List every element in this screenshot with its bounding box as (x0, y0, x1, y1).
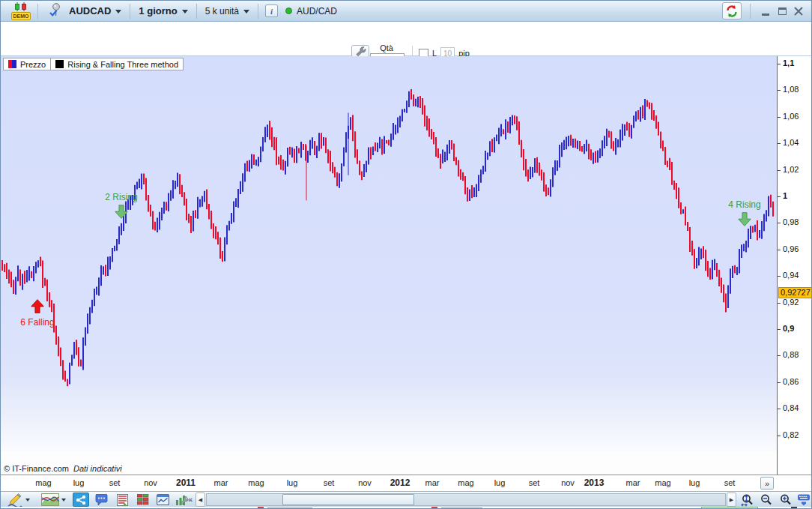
symbol-label: AUDCAD (69, 5, 111, 16)
indicators-button[interactable] (37, 493, 70, 507)
status-dot-icon (285, 7, 292, 14)
price-tick-label: 0,9 (783, 324, 794, 333)
price-tickmark (778, 143, 781, 144)
titlebar: DEMO AUDCAD 1 giorno 5 k unità i (1, 1, 811, 22)
price-tick-label: 1,08 (783, 85, 799, 94)
time-axis-month-label: mag (458, 478, 473, 487)
close-icon (794, 7, 803, 16)
legend-label: Prezzo (20, 60, 46, 69)
last-price-label: 0,92727 (778, 287, 812, 298)
chevron-down-icon (115, 10, 121, 13)
time-axis-month-label: lug (689, 478, 700, 487)
trading-platform-window: DEMO AUDCAD 1 giorno 5 k unità i (0, 0, 812, 509)
signal-annotation-text: 2 Rising (105, 192, 137, 202)
quantity-label: Qtà (370, 43, 403, 52)
chevron-down-icon (25, 499, 30, 502)
copyright-text: © IT-Finance.com (4, 464, 69, 473)
timeframe-selector[interactable]: 1 giorno (137, 4, 189, 18)
minimize-icon (762, 13, 769, 16)
signal-annotation-text: 4 Rising (728, 199, 760, 210)
speech-bubble-icon (95, 494, 108, 506)
minimize-button[interactable] (757, 4, 774, 19)
price-tickmark (778, 64, 781, 64)
price-tickmark (778, 303, 781, 304)
info-button[interactable]: i (265, 4, 278, 17)
chevron-down-icon (243, 10, 249, 13)
signal-arrow-up-icon (31, 299, 44, 313)
price-tick-label: 0,84 (783, 403, 799, 412)
time-axis-year-label: 2011 (176, 478, 196, 488)
refresh-button[interactable] (722, 2, 742, 19)
order-panel: Qtà L 10 pip S 10 pip (1, 22, 811, 56)
pin-window-button[interactable] (48, 2, 63, 20)
chevron-down-icon (182, 10, 188, 13)
price-tickmark (778, 117, 781, 118)
signal-annotation-text: 6 Falling (20, 317, 54, 328)
chart-legend: Prezzo Rising & Falling Three method (3, 58, 184, 70)
time-axis-month-label: mag (35, 478, 51, 487)
units-label: 5 k unità (205, 6, 239, 16)
pencil-icon (7, 493, 23, 507)
units-selector[interactable]: 5 k unità (204, 4, 251, 18)
scrollbar-thumb[interactable] (282, 494, 414, 505)
scroll-fast-left-button[interactable]: « (186, 493, 195, 507)
chart-window-icon (157, 494, 169, 505)
price-axis[interactable]: 0,92727 1,11,081,061,041,0210,980,960,94… (777, 56, 812, 475)
news-page-icon (117, 494, 128, 506)
price-tickmark (778, 436, 781, 436)
chart-plot[interactable]: Prezzo Rising & Falling Three method 2 R… (1, 56, 777, 451)
zoom-in-icon (779, 493, 793, 507)
time-axis-month-label: lug (73, 478, 85, 487)
price-tick-label: 0,86 (783, 377, 799, 386)
time-axis-month-label: mar (425, 478, 440, 487)
price-tick-label: 1,04 (783, 138, 799, 147)
new-chart-button[interactable] (154, 493, 171, 507)
time-axis[interactable]: » maglugsetnov2011marmaglugsetnov2012mar… (1, 475, 812, 491)
chevron-down-icon (61, 499, 66, 502)
keyboard-down-icon (798, 494, 810, 506)
time-axis-month-label: nov (144, 478, 157, 487)
draw-tools-button[interactable] (2, 493, 34, 507)
price-tickmark (778, 329, 781, 330)
info-icon: i (270, 7, 273, 16)
news-button[interactable] (114, 493, 130, 507)
comments-button[interactable] (93, 493, 109, 507)
price-tickmark (778, 382, 781, 383)
price-chart-svg (1, 56, 777, 451)
price-tick-label: 0,98 (783, 217, 799, 226)
bottom-toolbar: « ◀ ▶ (1, 491, 811, 507)
price-tickmark (778, 223, 781, 223)
price-tickmark (778, 409, 781, 409)
scroll-left-button[interactable]: ◀ (196, 493, 205, 507)
time-axis-month-label: mar (214, 478, 228, 487)
share-button[interactable] (73, 493, 89, 507)
chart-scrollbar[interactable] (206, 493, 726, 506)
zoom-in-button[interactable] (777, 493, 795, 507)
order-panel-toggle-button[interactable] (796, 493, 811, 507)
symbol-selector[interactable]: AUDCAD (67, 4, 123, 18)
titlebar-separator (258, 4, 258, 19)
time-axis-month-label: mag (248, 478, 264, 487)
time-axis-month-label: set (109, 478, 121, 487)
signal-arrow-down-icon (115, 205, 128, 219)
time-axis-month-label: lug (287, 478, 298, 487)
titlebar-separator (196, 4, 197, 19)
legend-item-price[interactable]: Prezzo (3, 58, 51, 70)
indicative-data-note: Dati indicativi (73, 464, 122, 473)
zoom-out-button[interactable] (757, 493, 775, 507)
legend-item-method[interactable]: Rising & Falling Three method (50, 58, 184, 70)
time-axis-month-label: nov (358, 478, 372, 487)
time-axis-year-label: 2012 (390, 478, 410, 488)
timeframe-label: 1 giorno (139, 5, 177, 16)
maximize-icon (778, 7, 787, 15)
share-icon (76, 495, 86, 505)
time-axis-month-label: set (529, 478, 540, 487)
price-tick-label: 1,06 (783, 112, 799, 121)
close-button[interactable] (790, 4, 807, 19)
maximize-button[interactable] (774, 4, 790, 19)
more-data-button[interactable]: » (760, 477, 774, 490)
zoom-fit-button[interactable] (739, 493, 757, 507)
order-book-button[interactable] (135, 493, 151, 507)
scroll-right-button[interactable]: ▶ (727, 493, 736, 507)
time-axis-month-label: lug (494, 478, 506, 487)
